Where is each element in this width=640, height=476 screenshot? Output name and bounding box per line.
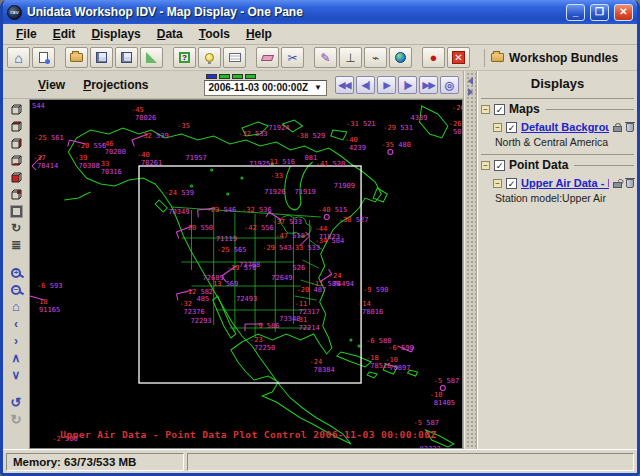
pan-down-button[interactable]: ∨ <box>6 367 26 383</box>
title-bar[interactable]: rav Unidata Workshop IDV - Map Display -… <box>3 0 637 24</box>
lock-icon[interactable] <box>613 126 622 132</box>
menu-help[interactable]: Help <box>239 25 279 43</box>
ruler-button[interactable]: ≣ <box>6 237 26 253</box>
capture-image-button[interactable]: ? <box>173 47 196 68</box>
collapse-default-background-button[interactable]: − <box>493 123 502 132</box>
point-data-checkbox[interactable]: ✓ <box>494 160 505 171</box>
station-model-button[interactable]: ⊥ <box>339 47 362 68</box>
collapse-upper-air-button[interactable]: − <box>493 179 502 188</box>
reset-home-button[interactable]: ⌂ <box>6 299 26 315</box>
new-display-icon <box>39 52 48 63</box>
pan-left-button[interactable]: ‹ <box>6 316 26 332</box>
side-view-button[interactable] <box>6 135 26 151</box>
cube-icon <box>9 102 24 116</box>
map-display[interactable]: 544-4570026-32 539-407026171957-35-46702… <box>29 99 463 449</box>
upper-air-link[interactable]: Upper Air Data - P... <box>521 177 609 189</box>
draw-pen-button[interactable]: ✎ <box>314 47 337 68</box>
time-step-2[interactable] <box>232 74 243 79</box>
default-background-link[interactable]: Default Backgroun... <box>521 121 609 133</box>
menu-data[interactable]: Data <box>150 25 190 43</box>
maximize-button[interactable]: ❐ <box>590 4 609 21</box>
box-outline-icon <box>11 206 22 217</box>
menu-edit[interactable]: Edit <box>46 25 83 43</box>
remove-displays-button[interactable] <box>256 47 279 68</box>
map-canvas[interactable]: 544-4570026-32 539-407026171957-35-46702… <box>30 100 462 448</box>
time-combo[interactable]: 2006-11-03 00:00:00Z ▼ <box>204 80 327 96</box>
support-form-button[interactable] <box>223 47 246 68</box>
undo-button[interactable]: ↺ <box>6 395 26 411</box>
panel-splitter[interactable] <box>464 71 477 449</box>
pan-right-button[interactable]: › <box>6 333 26 349</box>
step-forward-button[interactable]: |▶ <box>398 76 417 94</box>
collapse-point-data-button[interactable]: − <box>481 161 490 170</box>
box-outline-button[interactable] <box>6 203 26 219</box>
go-end-button[interactable]: ▶▶ <box>419 76 438 94</box>
workshop-bundles[interactable]: Workshop Bundles <box>491 51 618 65</box>
svg-text:-38 529: -38 529 <box>295 131 325 140</box>
zoom-in-button[interactable]: + <box>6 265 26 281</box>
svg-text:-20: -20 <box>452 103 462 112</box>
show-dashboard-button[interactable]: ⌂ <box>7 47 30 68</box>
trash-icon-2[interactable] <box>626 179 634 188</box>
minimize-button[interactable]: _ <box>566 4 585 21</box>
time-step-1[interactable] <box>219 74 230 79</box>
record-movie-button[interactable]: ● <box>422 47 445 68</box>
trash-icon[interactable] <box>626 123 634 132</box>
svg-text:82332: 82332 <box>420 444 441 448</box>
pan-right-icon: › <box>14 335 18 347</box>
time-step-0[interactable] <box>206 74 217 79</box>
menu-projections[interactable]: Projections <box>76 76 155 94</box>
maps-checkbox[interactable]: ✓ <box>494 104 505 115</box>
bottom-view-button[interactable] <box>6 152 26 168</box>
new-display-button[interactable] <box>32 47 55 68</box>
save-favorite-button[interactable] <box>115 47 138 68</box>
selection-box[interactable] <box>139 166 361 383</box>
pan-up-button[interactable]: ∧ <box>6 350 26 366</box>
exit-button[interactable]: ✕ <box>447 47 470 68</box>
upper-air-checkbox[interactable]: ✓ <box>506 178 517 189</box>
go-start-button[interactable]: ◀◀ <box>335 76 354 94</box>
open-bundle-button[interactable] <box>65 47 88 68</box>
menu-displays[interactable]: Displays <box>84 25 147 43</box>
cut-button[interactable]: ✂ <box>281 47 304 68</box>
svg-text:-40 515: -40 515 <box>318 205 348 214</box>
menu-file[interactable]: File <box>9 25 44 43</box>
show-tips-button[interactable] <box>198 47 221 68</box>
svg-text:-5 587: -5 587 <box>434 376 459 385</box>
globe-display-button[interactable] <box>389 47 412 68</box>
redo-button[interactable]: ↻ <box>6 412 26 428</box>
create-formula-button[interactable]: ⌁ <box>364 47 387 68</box>
rotate-view-button[interactable]: ↻ <box>6 220 26 236</box>
save-bundle-button[interactable] <box>90 47 113 68</box>
save-icon <box>96 52 107 63</box>
collapse-maps-button[interactable]: − <box>481 105 490 114</box>
perspective-view-button[interactable] <box>6 101 26 117</box>
collapse-left-icon[interactable] <box>468 77 473 85</box>
svg-text:71119: 71119 <box>216 234 237 243</box>
svg-text:-2478384: -2478384 <box>310 357 335 374</box>
set-square-icon <box>146 52 157 63</box>
svg-text:70349: 70349 <box>168 207 189 216</box>
default-background-checkbox[interactable]: ✓ <box>506 122 517 133</box>
top-view-button[interactable] <box>6 118 26 134</box>
unlock-icon[interactable] <box>613 182 622 188</box>
svg-text:-29 543: -29 543 <box>262 243 292 252</box>
svg-text:-29 531: -29 531 <box>383 123 413 132</box>
loop-button[interactable]: ◎ <box>440 76 459 94</box>
animation-controls: ◀◀ ◀| ▶ |▶ ▶▶ ◎ <box>335 76 459 94</box>
cube-side-icon <box>9 136 24 150</box>
cube-front-icon <box>9 170 24 184</box>
zoom-out-button[interactable]: − <box>6 282 26 298</box>
step-back-button[interactable]: ◀| <box>356 76 375 94</box>
drawing-control-button[interactable] <box>140 47 163 68</box>
menu-tools[interactable]: Tools <box>192 25 237 43</box>
time-step-3[interactable] <box>245 74 256 79</box>
menu-view[interactable]: View <box>31 76 72 94</box>
corner-view-button[interactable] <box>6 186 26 202</box>
svg-text:-20 487: -20 487 <box>296 285 326 294</box>
close-button[interactable]: ✕ <box>614 4 633 21</box>
front-view-button[interactable] <box>6 169 26 185</box>
play-button[interactable]: ▶ <box>377 76 396 94</box>
collapse-right-icon[interactable] <box>468 88 473 96</box>
point-data-group-label: Point Data <box>509 158 568 172</box>
